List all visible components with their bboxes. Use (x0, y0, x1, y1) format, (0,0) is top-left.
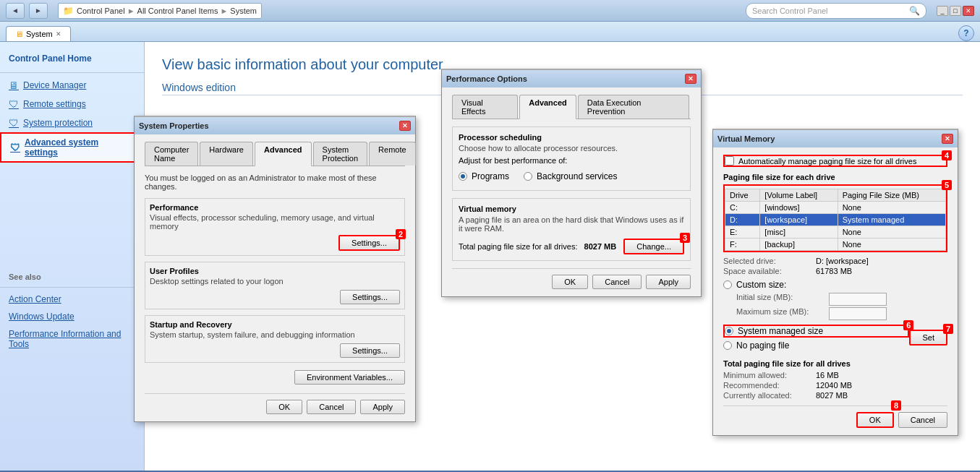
virt-mem-title: Virtual memory (459, 205, 684, 213)
virt-mem-desc: A paging file is an area on the hard dis… (459, 215, 684, 233)
perf-tab-dep[interactable]: Data Execution Prevention (578, 95, 689, 119)
perf-opts-close[interactable]: ✕ (685, 74, 696, 84)
drive-table: Drive [Volume Label] Paging File Size (M… (725, 189, 946, 251)
tab-system-protection[interactable]: System Protection (313, 142, 368, 166)
tab-computer-name[interactable]: Computer Name (145, 142, 198, 166)
selected-drive-value: D: [workspace] (816, 257, 869, 265)
sidebar-item-advanced-settings[interactable]: 🛡 Advanced system settings 1 (0, 132, 144, 163)
system-tab[interactable]: 🖥 System ✕ (6, 26, 71, 41)
env-vars-button[interactable]: Environment Variables... (294, 370, 405, 385)
space-label: Space available: (723, 267, 810, 275)
sidebar-item-device-manager[interactable]: 🖥 Device Manager (0, 76, 144, 95)
system-managed-radio[interactable] (725, 327, 733, 335)
virt-mem-total-label: Total paging file size for all drives: 8… (459, 242, 616, 251)
label-backup: [backup] (760, 239, 838, 251)
system-properties-dialog: System Properties ✕ Computer Name Hardwa… (134, 116, 416, 422)
label-7: 7 (943, 324, 953, 334)
performance-settings-button[interactable]: Settings... (338, 235, 400, 251)
selected-drive-row: Selected drive: D: [workspace] (723, 257, 947, 265)
perf-opts-ok[interactable]: OK (552, 275, 588, 289)
perf-opts-cancel[interactable]: Cancel (592, 275, 642, 289)
minimize-button[interactable]: _ (937, 6, 948, 16)
sidebar-item-perf-info[interactable]: Performance Information and Tools (0, 325, 144, 353)
help-button[interactable]: ? (958, 25, 974, 41)
tab-advanced[interactable]: Advanced (255, 142, 312, 166)
auto-manage-checkbox[interactable] (725, 156, 734, 166)
label-5: 5 (942, 180, 952, 190)
system-managed-option[interactable]: System managed size 6 (723, 325, 909, 338)
background-option[interactable]: Background services (524, 171, 617, 181)
tab-hardware[interactable]: Hardware (200, 142, 253, 166)
tab-icon: 🖥 (15, 30, 23, 38)
custom-size-radio[interactable] (723, 280, 732, 289)
user-profiles-btn-container: Settings... (150, 290, 400, 304)
virt-mem-change-button[interactable]: Change... (623, 239, 684, 254)
sys-props-close[interactable]: ✕ (399, 121, 411, 131)
remote-settings-label: Remote settings (23, 99, 86, 109)
performance-desc: Visual effects, processor scheduling, me… (150, 213, 400, 231)
tab-remote[interactable]: Remote (369, 142, 416, 166)
min-label: Minimum allowed: (723, 371, 810, 379)
virt-mem-close[interactable]: ✕ (942, 134, 953, 144)
drive-row-f[interactable]: F: [backup] None (725, 239, 946, 251)
programs-option[interactable]: Programs (459, 171, 509, 181)
max-size-input[interactable] (829, 307, 887, 320)
set-button[interactable]: Set (909, 330, 947, 346)
label-workspace: [workspace] (760, 214, 838, 226)
back-button[interactable]: ◄ (6, 3, 25, 19)
sys-props-title: System Properties (139, 121, 209, 130)
processor-scheduling-section: Processor scheduling Choose how to alloc… (452, 126, 691, 191)
drive-row-d[interactable]: D: [workspace] System managed (725, 214, 946, 226)
size-d: System managed (838, 214, 945, 226)
virt-mem-buttons: OK 8 Cancel (723, 406, 947, 428)
virt-mem-total-value: 8027 MB (584, 242, 617, 251)
search-bar[interactable]: Search Control Panel 🔍 (746, 3, 926, 19)
address-icon: 📁 (63, 6, 74, 16)
sidebar-item-system-protection[interactable]: 🛡 System protection (0, 113, 144, 132)
tab-close-button[interactable]: ✕ (56, 30, 61, 38)
max-size-row: Maximum size (MB): (736, 307, 947, 320)
virt-mem-dialog-title: Virtual Memory (717, 134, 775, 143)
custom-size-label: Custom size: (736, 280, 786, 290)
virt-mem-cancel[interactable]: Cancel (898, 412, 947, 428)
drive-c: C: (725, 202, 760, 214)
perf-opts-apply[interactable]: Apply (646, 275, 691, 289)
search-placeholder: Search Control Panel (752, 7, 828, 15)
startup-recovery-title: Startup and Recovery (150, 320, 400, 329)
drive-row-c[interactable]: C: [windows] None (725, 202, 946, 214)
drive-row-e[interactable]: E: [misc] None (725, 226, 946, 239)
size-f: None (838, 239, 945, 251)
address-bar[interactable]: 📁 Control Panel ► All Control Panel Item… (58, 3, 262, 19)
initial-size-input[interactable] (829, 293, 887, 306)
proc-sched-label: Adjust for best performance of: (459, 156, 684, 165)
sidebar-item-windows-update[interactable]: Windows Update (0, 308, 144, 325)
sidebar-item-action-center[interactable]: Action Center (0, 291, 144, 308)
advanced-settings-label: Advanced system settings (25, 137, 134, 158)
sys-props-titlebar: System Properties ✕ (135, 117, 415, 134)
maximize-button[interactable]: □ (950, 6, 961, 16)
no-paging-label: No paging file (736, 340, 789, 351)
label-2: 2 (396, 229, 406, 239)
sidebar-home[interactable]: Control Panel Home (0, 51, 144, 69)
sidebar-divider-1 (0, 72, 144, 73)
forward-button[interactable]: ► (29, 3, 48, 19)
sys-props-warning: You must be logged on as an Administrato… (145, 173, 405, 191)
no-paging-radio[interactable] (723, 341, 732, 350)
sys-props-ok[interactable]: OK (266, 400, 302, 414)
virt-mem-ok[interactable]: OK (856, 412, 894, 428)
programs-radio[interactable] (459, 172, 467, 181)
perf-tab-visual[interactable]: Visual Effects (452, 95, 518, 119)
sys-props-apply[interactable]: Apply (360, 400, 405, 414)
no-paging-option[interactable]: No paging file (723, 340, 909, 351)
user-profiles-settings-button[interactable]: Settings... (340, 290, 400, 304)
sidebar-item-remote-settings[interactable]: 🛡 Remote settings (0, 95, 144, 113)
system-protection-label: System protection (23, 118, 93, 128)
startup-recovery-settings-button[interactable]: Settings... (340, 343, 400, 358)
sys-props-cancel[interactable]: Cancel (307, 400, 356, 414)
virt-mem-section: Virtual memory A paging file is an area … (452, 198, 691, 261)
label-3: 3 (680, 233, 690, 243)
background-radio[interactable] (524, 172, 532, 181)
perf-tab-advanced[interactable]: Advanced (519, 95, 576, 119)
close-button[interactable]: ✕ (963, 6, 974, 16)
custom-size-option[interactable]: Custom size: (723, 280, 947, 290)
